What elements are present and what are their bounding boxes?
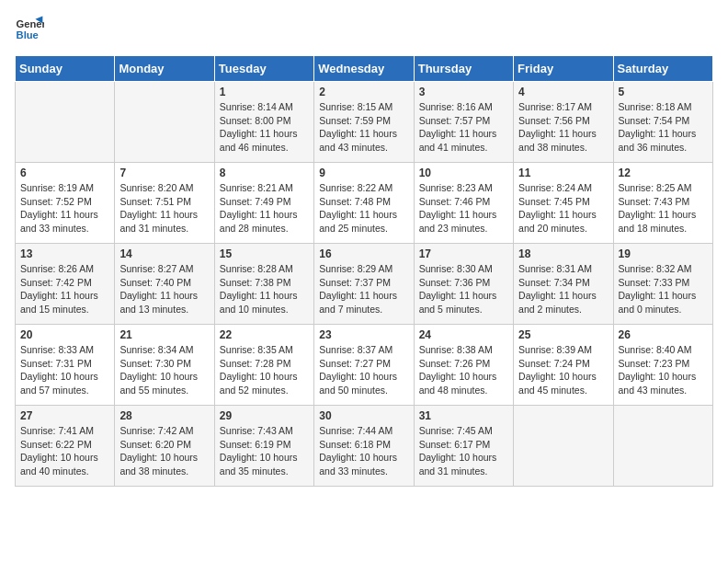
calendar-cell: 31Sunrise: 7:45 AM Sunset: 6:17 PM Dayli… [414,406,513,487]
header-sunday: Sunday [16,56,115,82]
day-info: Sunrise: 8:33 AM Sunset: 7:31 PM Dayligh… [20,343,109,397]
day-info: Sunrise: 8:39 AM Sunset: 7:24 PM Dayligh… [518,343,608,397]
calendar-cell: 5Sunrise: 8:18 AM Sunset: 7:54 PM Daylig… [613,82,712,163]
day-number: 28 [119,409,209,422]
header-thursday: Thursday [414,56,513,82]
calendar-cell [514,406,613,487]
calendar-cell: 1Sunrise: 8:14 AM Sunset: 8:00 PM Daylig… [214,82,313,163]
day-number: 30 [319,409,408,422]
calendar-cell: 4Sunrise: 8:17 AM Sunset: 7:56 PM Daylig… [514,82,613,163]
day-number: 26 [619,328,708,341]
day-number: 19 [619,247,708,260]
day-info: Sunrise: 8:38 AM Sunset: 7:26 PM Dayligh… [419,343,508,397]
day-info: Sunrise: 8:30 AM Sunset: 7:36 PM Dayligh… [419,262,508,316]
calendar-cell: 9Sunrise: 8:22 AM Sunset: 7:48 PM Daylig… [314,163,414,244]
calendar-cell: 12Sunrise: 8:25 AM Sunset: 7:43 PM Dayli… [613,163,712,244]
calendar-cell: 14Sunrise: 8:27 AM Sunset: 7:40 PM Dayli… [115,244,214,325]
day-info: Sunrise: 7:44 AM Sunset: 6:18 PM Dayligh… [319,424,408,478]
header-tuesday: Tuesday [214,56,313,82]
day-info: Sunrise: 8:26 AM Sunset: 7:42 PM Dayligh… [20,262,109,316]
day-info: Sunrise: 7:41 AM Sunset: 6:22 PM Dayligh… [20,424,109,478]
header-monday: Monday [115,56,214,82]
day-number: 25 [518,328,608,341]
header-saturday: Saturday [613,56,712,82]
calendar-cell: 17Sunrise: 8:30 AM Sunset: 7:36 PM Dayli… [414,244,513,325]
day-info: Sunrise: 7:45 AM Sunset: 6:17 PM Dayligh… [419,424,508,478]
calendar-cell: 26Sunrise: 8:40 AM Sunset: 7:23 PM Dayli… [613,325,712,406]
day-number: 14 [119,247,209,260]
day-number: 8 [220,167,309,179]
day-number: 6 [20,167,109,179]
day-info: Sunrise: 8:20 AM Sunset: 7:51 PM Dayligh… [119,181,209,236]
day-info: Sunrise: 8:35 AM Sunset: 7:28 PM Dayligh… [220,343,309,397]
day-number: 27 [20,409,109,422]
day-info: Sunrise: 8:32 AM Sunset: 7:33 PM Dayligh… [619,262,708,316]
header: General Blue [15,15,713,44]
week-row-3: 13Sunrise: 8:26 AM Sunset: 7:42 PM Dayli… [16,244,713,325]
day-info: Sunrise: 8:37 AM Sunset: 7:27 PM Dayligh… [319,343,408,397]
calendar-cell: 25Sunrise: 8:39 AM Sunset: 7:24 PM Dayli… [514,325,613,406]
calendar-cell: 20Sunrise: 8:33 AM Sunset: 7:31 PM Dayli… [16,325,115,406]
day-info: Sunrise: 8:29 AM Sunset: 7:37 PM Dayligh… [319,262,408,316]
day-number: 18 [518,247,608,260]
calendar-cell: 28Sunrise: 7:42 AM Sunset: 6:20 PM Dayli… [115,406,214,487]
day-info: Sunrise: 8:27 AM Sunset: 7:40 PM Dayligh… [119,262,209,316]
day-number: 3 [419,86,508,98]
day-number: 17 [419,247,508,260]
calendar-cell: 3Sunrise: 8:16 AM Sunset: 7:57 PM Daylig… [414,82,513,163]
day-info: Sunrise: 8:23 AM Sunset: 7:46 PM Dayligh… [419,181,508,236]
day-info: Sunrise: 8:28 AM Sunset: 7:38 PM Dayligh… [220,262,309,316]
day-number: 11 [518,167,608,179]
calendar-cell: 16Sunrise: 8:29 AM Sunset: 7:37 PM Dayli… [314,244,414,325]
calendar-cell: 29Sunrise: 7:43 AM Sunset: 6:19 PM Dayli… [214,406,313,487]
day-number: 5 [619,86,708,98]
calendar-cell: 10Sunrise: 8:23 AM Sunset: 7:46 PM Dayli… [414,163,513,244]
day-number: 31 [419,409,508,422]
day-info: Sunrise: 8:31 AM Sunset: 7:34 PM Dayligh… [518,262,608,316]
day-number: 24 [419,328,508,341]
week-row-5: 27Sunrise: 7:41 AM Sunset: 6:22 PM Dayli… [16,406,713,487]
calendar-cell: 19Sunrise: 8:32 AM Sunset: 7:33 PM Dayli… [613,244,712,325]
day-info: Sunrise: 8:25 AM Sunset: 7:43 PM Dayligh… [619,181,708,236]
day-info: Sunrise: 8:34 AM Sunset: 7:30 PM Dayligh… [119,343,209,397]
day-number: 22 [220,328,309,341]
day-number: 20 [20,328,109,341]
day-number: 12 [619,167,708,179]
calendar-cell: 13Sunrise: 8:26 AM Sunset: 7:42 PM Dayli… [16,244,115,325]
calendar-cell: 2Sunrise: 8:15 AM Sunset: 7:59 PM Daylig… [314,82,414,163]
day-info: Sunrise: 8:21 AM Sunset: 7:49 PM Dayligh… [220,181,309,236]
day-number: 16 [319,247,408,260]
calendar-cell: 24Sunrise: 8:38 AM Sunset: 7:26 PM Dayli… [414,325,513,406]
day-info: Sunrise: 8:19 AM Sunset: 7:52 PM Dayligh… [20,181,109,236]
calendar-cell [16,82,115,163]
day-info: Sunrise: 8:18 AM Sunset: 7:54 PM Dayligh… [619,100,708,155]
calendar-cell: 27Sunrise: 7:41 AM Sunset: 6:22 PM Dayli… [16,406,115,487]
day-number: 10 [419,167,508,179]
calendar-cell: 21Sunrise: 8:34 AM Sunset: 7:30 PM Dayli… [115,325,214,406]
day-number: 13 [20,247,109,260]
calendar-cell: 22Sunrise: 8:35 AM Sunset: 7:28 PM Dayli… [214,325,313,406]
day-info: Sunrise: 8:40 AM Sunset: 7:23 PM Dayligh… [619,343,708,397]
header-wednesday: Wednesday [314,56,414,82]
day-number: 23 [319,328,408,341]
calendar-cell [613,406,712,487]
calendar-cell: 23Sunrise: 8:37 AM Sunset: 7:27 PM Dayli… [314,325,414,406]
day-info: Sunrise: 8:15 AM Sunset: 7:59 PM Dayligh… [319,100,408,155]
calendar-cell: 18Sunrise: 8:31 AM Sunset: 7:34 PM Dayli… [514,244,613,325]
day-number: 29 [220,409,309,422]
day-info: Sunrise: 8:14 AM Sunset: 8:00 PM Dayligh… [220,100,309,155]
svg-text:Blue: Blue [17,29,39,40]
day-info: Sunrise: 8:22 AM Sunset: 7:48 PM Dayligh… [319,181,408,236]
day-info: Sunrise: 7:42 AM Sunset: 6:20 PM Dayligh… [119,424,209,478]
header-friday: Friday [514,56,613,82]
day-number: 9 [319,167,408,179]
day-info: Sunrise: 8:17 AM Sunset: 7:56 PM Dayligh… [518,100,608,155]
week-row-1: 1Sunrise: 8:14 AM Sunset: 8:00 PM Daylig… [16,82,713,163]
day-number: 7 [119,167,209,179]
header-row: SundayMondayTuesdayWednesdayThursdayFrid… [16,56,713,82]
day-number: 15 [220,247,309,260]
calendar-cell: 30Sunrise: 7:44 AM Sunset: 6:18 PM Dayli… [314,406,414,487]
calendar-table: SundayMondayTuesdayWednesdayThursdayFrid… [15,55,713,487]
calendar-cell: 11Sunrise: 8:24 AM Sunset: 7:45 PM Dayli… [514,163,613,244]
day-info: Sunrise: 8:24 AM Sunset: 7:45 PM Dayligh… [518,181,608,236]
